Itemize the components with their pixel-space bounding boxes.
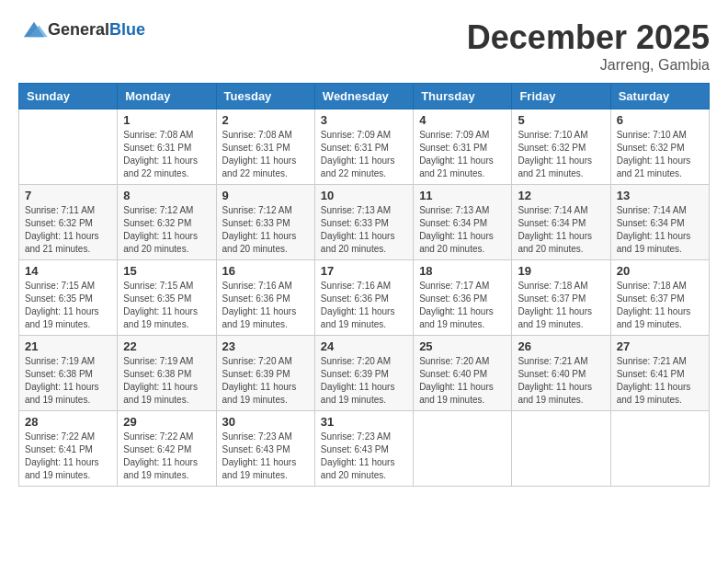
day-number: 27 <box>617 339 703 353</box>
table-row: 29Sunrise: 7:22 AM Sunset: 6:42 PM Dayli… <box>118 411 216 487</box>
day-number: 14 <box>25 264 111 278</box>
day-info: Sunrise: 7:15 AM Sunset: 6:35 PM Dayligh… <box>25 280 111 331</box>
table-row: 15Sunrise: 7:15 AM Sunset: 6:35 PM Dayli… <box>118 260 216 336</box>
day-info: Sunrise: 7:16 AM Sunset: 6:36 PM Dayligh… <box>222 280 309 331</box>
day-info: Sunrise: 7:10 AM Sunset: 6:32 PM Dayligh… <box>518 129 604 180</box>
day-number: 30 <box>222 415 309 429</box>
table-row <box>19 109 118 185</box>
day-info: Sunrise: 7:21 AM Sunset: 6:41 PM Dayligh… <box>617 355 703 407</box>
day-number: 18 <box>419 264 506 278</box>
table-row: 14Sunrise: 7:15 AM Sunset: 6:35 PM Dayli… <box>19 260 118 336</box>
day-info: Sunrise: 7:20 AM Sunset: 6:40 PM Dayligh… <box>419 355 506 407</box>
col-saturday: Saturday <box>610 84 709 109</box>
calendar-week-4: 21Sunrise: 7:19 AM Sunset: 6:38 PM Dayli… <box>19 336 710 411</box>
table-row: 17Sunrise: 7:16 AM Sunset: 6:36 PM Dayli… <box>314 260 413 336</box>
calendar-week-5: 28Sunrise: 7:22 AM Sunset: 6:41 PM Dayli… <box>19 411 710 487</box>
day-info: Sunrise: 7:21 AM Sunset: 6:40 PM Dayligh… <box>518 355 604 407</box>
location-title: Jarreng, Gambia <box>467 57 710 74</box>
day-number: 26 <box>518 339 604 353</box>
calendar-header-row: Sunday Monday Tuesday Wednesday Thursday… <box>19 84 710 109</box>
table-row <box>414 411 512 487</box>
day-info: Sunrise: 7:09 AM Sunset: 6:31 PM Dayligh… <box>321 129 407 180</box>
day-number: 29 <box>123 415 210 429</box>
page-header: GeneralBlue December 2025 Jarreng, Gambi… <box>18 18 710 74</box>
calendar-week-2: 7Sunrise: 7:11 AM Sunset: 6:32 PM Daylig… <box>19 185 710 260</box>
day-number: 4 <box>419 113 506 127</box>
logo-blue: Blue <box>109 20 145 39</box>
table-row <box>512 411 610 487</box>
table-row: 9Sunrise: 7:12 AM Sunset: 6:33 PM Daylig… <box>216 185 314 260</box>
logo-general: General <box>48 20 109 39</box>
logo-text: GeneralBlue <box>48 20 145 40</box>
day-info: Sunrise: 7:22 AM Sunset: 6:42 PM Dayligh… <box>123 431 210 482</box>
day-info: Sunrise: 7:23 AM Sunset: 6:43 PM Dayligh… <box>222 431 309 482</box>
table-row: 13Sunrise: 7:14 AM Sunset: 6:34 PM Dayli… <box>610 185 709 260</box>
table-row: 23Sunrise: 7:20 AM Sunset: 6:39 PM Dayli… <box>216 336 314 411</box>
day-number: 28 <box>25 415 111 429</box>
table-row: 1Sunrise: 7:08 AM Sunset: 6:31 PM Daylig… <box>118 109 216 185</box>
day-number: 24 <box>321 339 407 353</box>
day-number: 7 <box>25 189 111 202</box>
table-row <box>610 411 709 487</box>
calendar-week-1: 1Sunrise: 7:08 AM Sunset: 6:31 PM Daylig… <box>19 109 710 185</box>
table-row: 31Sunrise: 7:23 AM Sunset: 6:43 PM Dayli… <box>314 411 413 487</box>
day-number: 6 <box>617 113 703 127</box>
day-info: Sunrise: 7:12 AM Sunset: 6:33 PM Dayligh… <box>222 204 309 256</box>
table-row: 11Sunrise: 7:13 AM Sunset: 6:34 PM Dayli… <box>414 185 512 260</box>
day-info: Sunrise: 7:14 AM Sunset: 6:34 PM Dayligh… <box>518 204 604 256</box>
day-number: 1 <box>123 113 210 127</box>
table-row: 20Sunrise: 7:18 AM Sunset: 6:37 PM Dayli… <box>610 260 709 336</box>
day-info: Sunrise: 7:13 AM Sunset: 6:34 PM Dayligh… <box>419 204 506 256</box>
col-thursday: Thursday <box>414 84 512 109</box>
day-number: 8 <box>123 189 210 202</box>
table-row: 30Sunrise: 7:23 AM Sunset: 6:43 PM Dayli… <box>216 411 314 487</box>
day-info: Sunrise: 7:18 AM Sunset: 6:37 PM Dayligh… <box>518 280 604 331</box>
day-info: Sunrise: 7:15 AM Sunset: 6:35 PM Dayligh… <box>123 280 210 331</box>
day-info: Sunrise: 7:16 AM Sunset: 6:36 PM Dayligh… <box>321 280 407 331</box>
day-info: Sunrise: 7:14 AM Sunset: 6:34 PM Dayligh… <box>617 204 703 256</box>
day-number: 23 <box>222 339 309 353</box>
logo-icon <box>20 18 48 40</box>
table-row: 27Sunrise: 7:21 AM Sunset: 6:41 PM Dayli… <box>610 336 709 411</box>
day-number: 25 <box>419 339 506 353</box>
logo: GeneralBlue <box>18 18 145 40</box>
table-row: 21Sunrise: 7:19 AM Sunset: 6:38 PM Dayli… <box>19 336 118 411</box>
day-number: 22 <box>123 339 210 353</box>
day-number: 12 <box>518 189 604 202</box>
day-number: 19 <box>518 264 604 278</box>
table-row: 10Sunrise: 7:13 AM Sunset: 6:33 PM Dayli… <box>314 185 413 260</box>
table-row: 7Sunrise: 7:11 AM Sunset: 6:32 PM Daylig… <box>19 185 118 260</box>
calendar-table: Sunday Monday Tuesday Wednesday Thursday… <box>18 83 710 487</box>
day-number: 5 <box>518 113 604 127</box>
table-row: 8Sunrise: 7:12 AM Sunset: 6:32 PM Daylig… <box>118 185 216 260</box>
table-row: 24Sunrise: 7:20 AM Sunset: 6:39 PM Dayli… <box>314 336 413 411</box>
day-info: Sunrise: 7:08 AM Sunset: 6:31 PM Dayligh… <box>222 129 309 180</box>
day-number: 3 <box>321 113 407 127</box>
day-number: 9 <box>222 189 309 202</box>
day-number: 15 <box>123 264 210 278</box>
day-info: Sunrise: 7:19 AM Sunset: 6:38 PM Dayligh… <box>25 355 111 407</box>
day-info: Sunrise: 7:09 AM Sunset: 6:31 PM Dayligh… <box>419 129 506 180</box>
table-row: 6Sunrise: 7:10 AM Sunset: 6:32 PM Daylig… <box>610 109 709 185</box>
day-info: Sunrise: 7:10 AM Sunset: 6:32 PM Dayligh… <box>617 129 703 180</box>
table-row: 22Sunrise: 7:19 AM Sunset: 6:38 PM Dayli… <box>118 336 216 411</box>
col-sunday: Sunday <box>19 84 118 109</box>
col-monday: Monday <box>118 84 216 109</box>
day-number: 17 <box>321 264 407 278</box>
day-info: Sunrise: 7:22 AM Sunset: 6:41 PM Dayligh… <box>25 431 111 482</box>
table-row: 12Sunrise: 7:14 AM Sunset: 6:34 PM Dayli… <box>512 185 610 260</box>
day-number: 11 <box>419 189 506 202</box>
day-info: Sunrise: 7:13 AM Sunset: 6:33 PM Dayligh… <box>321 204 407 256</box>
table-row: 2Sunrise: 7:08 AM Sunset: 6:31 PM Daylig… <box>216 109 314 185</box>
day-number: 21 <box>25 339 111 353</box>
col-wednesday: Wednesday <box>314 84 413 109</box>
day-number: 31 <box>321 415 407 429</box>
table-row: 25Sunrise: 7:20 AM Sunset: 6:40 PM Dayli… <box>414 336 512 411</box>
col-friday: Friday <box>512 84 610 109</box>
day-info: Sunrise: 7:19 AM Sunset: 6:38 PM Dayligh… <box>123 355 210 407</box>
calendar-week-3: 14Sunrise: 7:15 AM Sunset: 6:35 PM Dayli… <box>19 260 710 336</box>
table-row: 4Sunrise: 7:09 AM Sunset: 6:31 PM Daylig… <box>414 109 512 185</box>
table-row: 26Sunrise: 7:21 AM Sunset: 6:40 PM Dayli… <box>512 336 610 411</box>
table-row: 3Sunrise: 7:09 AM Sunset: 6:31 PM Daylig… <box>314 109 413 185</box>
table-row: 28Sunrise: 7:22 AM Sunset: 6:41 PM Dayli… <box>19 411 118 487</box>
